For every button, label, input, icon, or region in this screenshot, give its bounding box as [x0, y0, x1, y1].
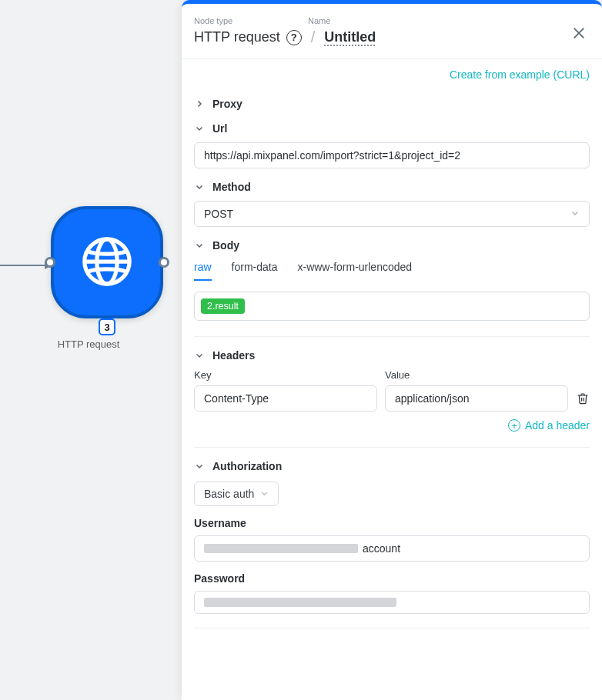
body-raw-input[interactable]: 2.result — [194, 292, 590, 321]
section-body-toggle[interactable]: Body — [194, 239, 590, 252]
chevron-down-icon — [570, 208, 580, 220]
section-proxy-label: Proxy — [212, 98, 242, 110]
body-tab-form-data[interactable]: form-data — [232, 261, 278, 281]
close-button[interactable] — [571, 25, 587, 43]
header-value-input[interactable] — [385, 385, 568, 412]
section-authorization-toggle[interactable]: Authorization — [194, 460, 590, 472]
delete-header-button[interactable] — [576, 392, 590, 405]
panel-header: Node type Name HTTP request ? / Untitled — [182, 4, 602, 59]
node-label: HTTP request — [0, 338, 177, 350]
chevron-down-icon — [194, 123, 205, 134]
section-headers-toggle[interactable]: Headers — [194, 349, 590, 362]
section-authorization-label: Authorization — [212, 460, 282, 472]
redacted-text — [204, 544, 358, 553]
create-from-curl-link[interactable]: Create from example (CURL) — [194, 59, 590, 85]
method-select[interactable]: POST — [194, 201, 590, 227]
chevron-down-icon — [194, 182, 205, 192]
divider — [194, 628, 590, 628]
section-url-toggle[interactable]: Url — [194, 122, 590, 135]
breadcrumb-separator: / — [311, 28, 316, 46]
divider — [194, 336, 590, 337]
chevron-down-icon — [194, 461, 205, 472]
body-tab-raw[interactable]: raw — [194, 261, 212, 281]
add-header-label: Add a header — [525, 419, 590, 432]
nodetype-value: HTTP request — [194, 29, 280, 45]
name-caption: Name — [308, 16, 330, 25]
section-headers-label: Headers — [212, 349, 255, 362]
chevron-down-icon — [194, 350, 205, 361]
node-name-input[interactable]: Untitled — [324, 29, 376, 45]
chevron-down-icon — [194, 240, 205, 251]
node-run-count-badge: 3 — [99, 318, 115, 335]
http-request-node[interactable] — [51, 206, 163, 318]
divider — [194, 447, 590, 448]
chevron-down-icon — [260, 488, 269, 500]
globe-icon — [80, 235, 134, 291]
plus-circle-icon: + — [508, 419, 520, 432]
auth-type-value: Basic auth — [204, 488, 254, 500]
headers-key-column-label: Key — [194, 369, 377, 381]
redacted-text — [204, 598, 396, 607]
headers-value-column-label: Value — [385, 369, 568, 381]
section-url-label: Url — [212, 122, 227, 135]
method-select-value: POST — [204, 208, 233, 220]
body-tab-urlencoded[interactable]: x-www-form-urlencoded — [297, 261, 412, 281]
username-suffix: account — [363, 542, 400, 555]
workflow-canvas[interactable]: 3 HTTP request — [0, 0, 182, 700]
username-input[interactable]: account — [194, 535, 590, 562]
section-body-label: Body — [212, 239, 239, 252]
nodetype-caption: Node type — [194, 16, 305, 25]
url-input[interactable] — [194, 142, 590, 168]
section-method-toggle[interactable]: Method — [194, 181, 590, 193]
add-header-button[interactable]: + Add a header — [194, 419, 590, 432]
help-icon[interactable]: ? — [286, 30, 302, 45]
section-proxy-toggle[interactable]: Proxy — [194, 98, 590, 110]
node-output-port[interactable] — [159, 257, 169, 268]
password-input[interactable] — [194, 591, 590, 614]
header-key-input[interactable] — [194, 385, 377, 412]
password-label: Password — [194, 572, 590, 585]
section-method-label: Method — [212, 181, 251, 193]
expression-chip[interactable]: 2.result — [201, 298, 245, 314]
username-label: Username — [194, 517, 590, 529]
node-input-port[interactable] — [45, 257, 55, 268]
auth-type-select[interactable]: Basic auth — [194, 482, 279, 506]
config-panel: Node type Name HTTP request ? / Untitled… — [182, 0, 602, 700]
chevron-right-icon — [194, 98, 205, 109]
